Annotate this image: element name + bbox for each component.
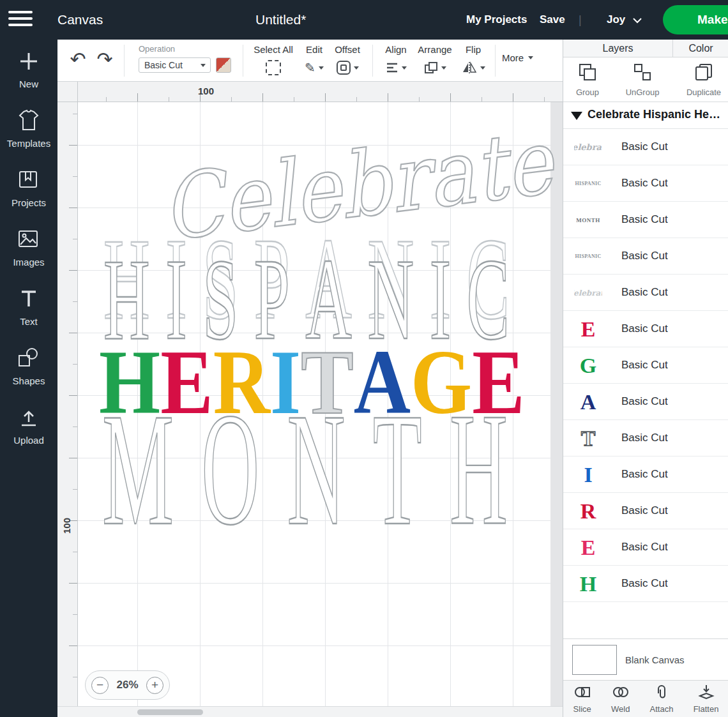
- layer-operation: Basic Cut: [621, 250, 668, 262]
- project-title: Untitled*: [255, 0, 306, 40]
- layer-row[interactable]: IBasic Cut: [563, 457, 728, 493]
- offset-icon: [337, 61, 351, 75]
- word-month[interactable]: MONTH: [102, 389, 508, 550]
- ungroup-icon: [633, 63, 652, 82]
- arrange-dropdown[interactable]: Arrange: [414, 44, 456, 76]
- machine-selector[interactable]: Joy: [607, 0, 625, 40]
- my-projects-link[interactable]: My Projects: [466, 0, 527, 40]
- chevron-down-icon: [441, 66, 446, 70]
- operation-dropdown[interactable]: Basic Cut: [139, 57, 211, 73]
- plus-icon: [16, 49, 42, 74]
- layer-thumbnail: I: [574, 460, 602, 489]
- left-sidebar: New Templates Projects Images Text Shape…: [0, 40, 57, 717]
- layer-operation: Basic Cut: [621, 359, 668, 372]
- layer-thumbnail: HISPANIC: [574, 169, 602, 198]
- ruler-vertical: 100: [57, 102, 78, 706]
- operation-label: Operation: [139, 44, 175, 54]
- layer-row[interactable]: HBasic Cut: [563, 566, 728, 602]
- more-dropdown[interactable]: More: [502, 52, 533, 63]
- toolbar-divider: [372, 45, 373, 77]
- layer-row[interactable]: HISPANICBasic Cut: [563, 238, 728, 275]
- toolbar-divider: [495, 45, 496, 77]
- flip-dropdown[interactable]: Flip: [457, 44, 489, 76]
- layer-row[interactable]: EBasic Cut: [563, 529, 728, 566]
- weld-button[interactable]: Weld: [611, 684, 630, 714]
- tab-color[interactable]: Color: [673, 40, 728, 57]
- collapse-triangle-icon[interactable]: [571, 112, 582, 120]
- design-canvas[interactable]: HISPANIC HISPANIC HERITAGE MONTH Celebra…: [57, 82, 563, 717]
- duplicate-button[interactable]: Duplicate: [681, 63, 727, 97]
- layers-panel: Layers Color Group UnGroup Duplicate Cel…: [563, 40, 728, 717]
- layer-actions: Group UnGroup Duplicate: [563, 57, 728, 102]
- blank-canvas-row[interactable]: Blank Canvas: [563, 638, 728, 680]
- layer-thumbnail: G: [574, 351, 602, 380]
- blank-canvas-swatch[interactable]: [572, 645, 617, 675]
- horizontal-scrollbar[interactable]: [57, 706, 563, 717]
- layer-row[interactable]: GBasic Cut: [563, 347, 728, 384]
- layer-operation: Basic Cut: [621, 504, 668, 517]
- sidebar-item-new[interactable]: New: [0, 49, 57, 89]
- chevron-down-icon: [354, 66, 359, 70]
- chevron-down-icon[interactable]: [632, 17, 642, 24]
- canvas-page-label: Canvas: [57, 0, 103, 40]
- save-button[interactable]: Save: [540, 0, 565, 40]
- align-icon: [386, 62, 398, 73]
- layer-row[interactable]: TBasic Cut: [563, 420, 728, 457]
- layer-row[interactable]: EBasic Cut: [563, 311, 728, 347]
- sidebar-item-images[interactable]: Images: [0, 227, 57, 268]
- sidebar-item-projects[interactable]: Projects: [0, 167, 57, 208]
- layer-row[interactable]: CelebrateBasic Cut: [563, 275, 728, 311]
- canvas-letter[interactable]: M: [102, 389, 174, 550]
- sidebar-item-text[interactable]: Text: [0, 286, 57, 327]
- layer-group-header[interactable]: Celebrate Hispanic Heritage Month: [563, 102, 728, 129]
- linetype-color-swatch[interactable]: [216, 57, 231, 73]
- layer-row[interactable]: HISPANICBasic Cut: [563, 165, 728, 202]
- tab-layers[interactable]: Layers: [563, 40, 673, 57]
- canvas-letter[interactable]: N: [287, 389, 345, 550]
- group-icon: [578, 63, 597, 82]
- layer-row[interactable]: RBasic Cut: [563, 493, 728, 529]
- canvas-letter[interactable]: O: [201, 389, 259, 550]
- group-button[interactable]: Group: [568, 63, 607, 97]
- attach-button[interactable]: Attach: [650, 684, 674, 714]
- sidebar-item-shapes[interactable]: Shapes: [0, 345, 57, 386]
- projects-icon: [16, 167, 42, 193]
- zoom-out-button[interactable]: −: [91, 677, 109, 694]
- redo-button[interactable]: ↷: [93, 49, 116, 72]
- slice-icon: [574, 684, 591, 700]
- select-all-button[interactable]: Select All: [251, 44, 296, 76]
- hamburger-menu-icon[interactable]: [8, 11, 34, 29]
- canvas-letter[interactable]: H: [450, 389, 508, 550]
- align-dropdown[interactable]: Align: [378, 44, 414, 76]
- layer-row[interactable]: CelebrateBasic Cut: [563, 129, 728, 165]
- undo-button[interactable]: ↶: [66, 49, 89, 72]
- layer-thumbnail: H: [574, 570, 602, 598]
- layer-row[interactable]: ABasic Cut: [563, 384, 728, 420]
- pencil-icon: ✎: [305, 60, 315, 75]
- weld-icon: [612, 684, 629, 700]
- scrollbar-thumb[interactable]: [137, 709, 203, 715]
- sidebar-item-upload[interactable]: Upload: [0, 405, 57, 446]
- ungroup-button[interactable]: UnGroup: [623, 63, 662, 97]
- chevron-down-icon: [528, 56, 533, 59]
- panel-tabs: Layers Color: [563, 40, 728, 57]
- edit-dropdown[interactable]: Edit ✎: [299, 44, 330, 76]
- layer-row[interactable]: MONTHBasic Cut: [563, 202, 728, 238]
- zoom-in-button[interactable]: +: [146, 677, 163, 694]
- flatten-button[interactable]: Flatten: [694, 684, 719, 714]
- offset-dropdown[interactable]: Offset: [329, 44, 366, 76]
- edit-toolbar: ↶ ↷ Operation Basic Cut Select All Edit …: [57, 40, 563, 82]
- chevron-down-icon: [480, 66, 485, 70]
- images-icon: [16, 227, 42, 252]
- layer-thumbnail: Celebrate: [574, 133, 602, 162]
- layer-thumbnail: A: [574, 388, 602, 416]
- make-it-button[interactable]: Make: [663, 5, 728, 34]
- arrange-icon: [424, 61, 438, 74]
- select-all-icon: [266, 60, 281, 75]
- canvas-letter[interactable]: T: [373, 389, 422, 550]
- ruler-horizontal: 100: [78, 82, 563, 102]
- sidebar-item-templates[interactable]: Templates: [0, 108, 57, 149]
- slice-button[interactable]: Slice: [573, 684, 591, 714]
- toolbar-divider: [243, 45, 243, 77]
- ruler-top-label: 100: [198, 86, 214, 96]
